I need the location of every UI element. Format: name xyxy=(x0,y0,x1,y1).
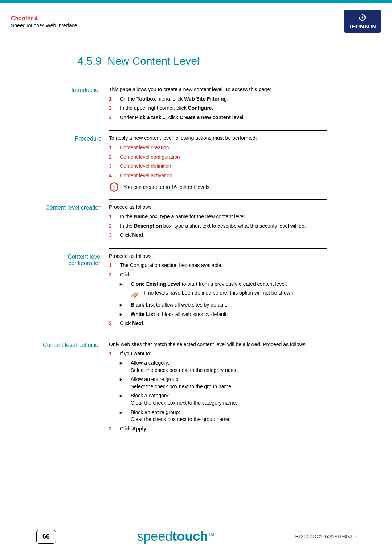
intro-step-3: 3 Under Pick a task..., click Create a n… xyxy=(109,114,327,121)
step-text: Click Next. xyxy=(120,320,144,327)
definition-bullet: ▸Allow a category:Select the check box n… xyxy=(120,360,327,374)
note-text: If no levels have been defined before, t… xyxy=(144,290,295,296)
config-note: If no levels have been defined before, t… xyxy=(109,290,327,299)
document-id: E-DOC-CTC-20050429-0099 v1.0 xyxy=(295,534,356,539)
definition-lead: Only web sites that match the selected c… xyxy=(109,341,327,348)
step-text: Click Apply. xyxy=(120,425,148,433)
thomson-logo: THOMSON xyxy=(344,10,381,33)
creation-steps: 1In the Name box, type a name for the ne… xyxy=(109,213,327,239)
step-text: In the Description box, type a short tex… xyxy=(120,223,306,230)
header-subtitle: SpeedTouch™ Web Interface xyxy=(11,23,77,28)
introduction-content: This page allows you to create a new con… xyxy=(109,86,327,123)
step-text: The Configuration section becomes availa… xyxy=(120,262,222,269)
step-text: Under Pick a task..., click Create a new… xyxy=(120,114,245,121)
step-number: 4 xyxy=(109,172,120,179)
procedure-step: 4Content level activation xyxy=(109,172,327,179)
step-link[interactable]: Content level creation xyxy=(120,144,169,151)
creation-step: 1In the Name box, type a name for the ne… xyxy=(109,213,327,220)
page-footer: 66 speedtouchTM E-DOC-CTC-20050429-0099 … xyxy=(0,529,392,544)
procedure-note: You can create up to 16 content levels. xyxy=(109,182,327,192)
definition-bullets: ▸Allow a category:Select the check box n… xyxy=(109,360,327,423)
definition-block: Content level definition Only web sites … xyxy=(36,341,327,442)
creation-step: 2In the Description box, type a short te… xyxy=(109,223,327,230)
pencil-icon xyxy=(131,291,139,299)
definition-label: Content level definition xyxy=(36,341,109,435)
step-number: 2 xyxy=(109,154,120,161)
step-number: 1 xyxy=(109,350,120,357)
procedure-label: Procedure xyxy=(36,135,109,192)
note-text: You can create up to 16 content levels. xyxy=(123,184,211,190)
config-bullets-2: ▸Black List to allow all web sites by de… xyxy=(109,301,327,318)
config-bullets: ▸Clone Existing Level to start from a pr… xyxy=(109,281,327,288)
bullet-text: Allow an entire group:Select the check b… xyxy=(131,376,233,390)
step-number: 3 xyxy=(109,114,120,121)
section-divider xyxy=(109,130,327,131)
section-number: 4.5.9 xyxy=(69,55,102,67)
procedure-block: Procedure To apply a new content level f… xyxy=(36,135,327,199)
step-text: If you want to: xyxy=(120,350,151,357)
page-number: 66 xyxy=(36,530,56,544)
section-divider xyxy=(109,82,327,82)
config-step-2: 2Click: xyxy=(109,271,327,279)
step-number: 2 xyxy=(109,105,120,112)
bullet-text: Clone Existing Level to start from a pre… xyxy=(131,281,287,288)
section-divider xyxy=(109,337,327,337)
creation-step: 3Click Next. xyxy=(109,232,327,239)
intro-lead: This page allows you to create a new con… xyxy=(109,86,327,93)
step-number: 3 xyxy=(109,163,120,170)
step-number: 2 xyxy=(109,425,120,433)
step-text: In the Name box, type a name for the new… xyxy=(120,213,246,220)
step-link[interactable]: Content level activation xyxy=(120,172,172,179)
step-text: In the upper right corner, click Configu… xyxy=(120,105,213,112)
bullet-text: Black List to allow all web sites by def… xyxy=(131,301,227,309)
step-text: Click: xyxy=(120,271,132,279)
definition-bullet: ▸Block a category:Clear the check box ne… xyxy=(120,392,327,406)
step-number: 2 xyxy=(109,223,120,230)
step-number: 1 xyxy=(109,213,120,220)
step-text: Click Next. xyxy=(120,232,144,239)
bullet-text: Block a category:Clear the check box nex… xyxy=(131,392,237,406)
definition-step-1: 1If you want to: xyxy=(109,350,327,357)
step-text: On the Toolbox menu, click Web Site Filt… xyxy=(120,96,228,103)
step-number: 1 xyxy=(109,96,120,103)
step-number: 1 xyxy=(109,144,120,151)
bullet-icon: ▸ xyxy=(120,360,131,374)
config-bullet-whitelist: ▸White List to block all web sites by de… xyxy=(120,311,327,318)
configuration-block: Content level configuration Proceed as f… xyxy=(36,253,327,337)
configuration-label: Content level configuration xyxy=(36,253,109,329)
bullet-icon: ▸ xyxy=(120,301,131,309)
introduction-block: Introduction This page allows you to cre… xyxy=(36,86,327,130)
procedure-step: 1Content level creation xyxy=(109,144,327,151)
step-number: 3 xyxy=(109,232,120,239)
intro-steps: 1 On the Toolbox menu, click Web Site Fi… xyxy=(109,96,327,121)
config-bullet-clone: ▸Clone Existing Level to start from a pr… xyxy=(120,281,327,288)
definition-bullet: ▸Block an entire group:Clear the check b… xyxy=(120,409,327,423)
step-link[interactable]: Content level definition xyxy=(120,163,171,170)
config-bullet-blacklist: ▸Black List to allow all web sites by de… xyxy=(120,301,327,309)
configuration-lead: Proceed as follows: xyxy=(109,253,327,260)
definition-content: Only web sites that match the selected c… xyxy=(109,341,327,435)
step-number: 2 xyxy=(109,271,120,279)
bullet-icon: ▸ xyxy=(120,409,131,423)
creation-label: Content level creation xyxy=(36,204,109,241)
svg-point-0 xyxy=(362,17,363,19)
step-number: 3 xyxy=(109,320,120,327)
procedure-content: To apply a new content level following a… xyxy=(109,135,327,192)
chapter-title: Chapter 4 xyxy=(11,15,77,22)
bullet-icon: ▸ xyxy=(120,376,131,390)
step-link[interactable]: Content level configuration xyxy=(120,154,180,161)
top-border xyxy=(0,0,392,3)
thomson-text: THOMSON xyxy=(349,24,376,29)
bullet-icon: ▸ xyxy=(120,311,131,318)
procedure-step: 2Content level configuration xyxy=(109,154,327,161)
bullet-text: Block an entire group:Clear the check bo… xyxy=(131,409,231,423)
section-heading: 4.5.9 New Content Level xyxy=(0,55,392,67)
procedure-steps: 1Content level creation 2Content level c… xyxy=(109,144,327,179)
section-divider xyxy=(109,199,327,200)
procedure-step: 3Content level definition xyxy=(109,163,327,170)
svg-point-3 xyxy=(113,189,114,190)
definition-steps: 1If you want to: xyxy=(109,350,327,357)
bullet-text: Allow a category:Select the check box ne… xyxy=(131,360,239,374)
creation-content: Proceed as follows: 1In the Name box, ty… xyxy=(109,204,327,241)
thomson-swirl-icon xyxy=(359,14,366,23)
